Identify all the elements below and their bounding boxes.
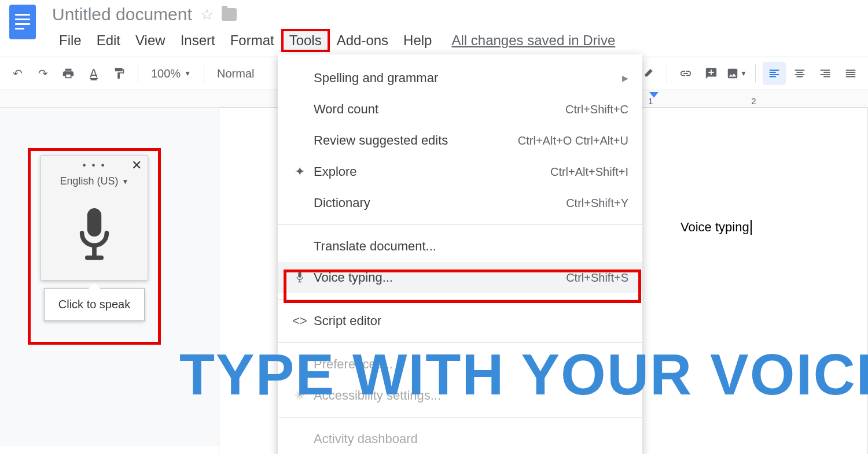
menu-format[interactable]: Format — [223, 30, 281, 51]
separator — [204, 64, 204, 83]
document-text[interactable]: Voice typing — [681, 220, 752, 235]
star-icon[interactable]: ☆ — [200, 6, 214, 24]
insert-link-button[interactable] — [674, 62, 697, 85]
menu-help[interactable]: Help — [396, 30, 439, 51]
insert-image-button[interactable]: ▼ — [725, 62, 748, 85]
separator — [755, 64, 756, 83]
spellcheck-button[interactable]: A̲ — [82, 62, 105, 85]
submenu-arrow-icon: ▶ — [622, 73, 628, 83]
menu-insert[interactable]: Insert — [174, 30, 222, 51]
menu-separator — [278, 224, 642, 225]
zoom-select[interactable]: 100%▼ — [145, 67, 197, 80]
paint-format-button[interactable] — [108, 62, 131, 85]
menu-item-voice-typing[interactable]: Voice typing... Ctrl+Shift+S — [278, 262, 642, 293]
ruler-mark: 1 — [648, 96, 653, 106]
insert-comment-button[interactable] — [700, 62, 723, 85]
ruler-mark: 2 — [751, 96, 756, 106]
drag-handle-icon[interactable]: • • • — [83, 160, 106, 171]
menu-addons[interactable]: Add-ons — [330, 30, 395, 51]
print-button[interactable] — [57, 62, 80, 85]
language-select[interactable]: English (US)▼ — [41, 175, 148, 193]
svg-rect-3 — [298, 272, 301, 278]
menu-item-wordcount[interactable]: Word count Ctrl+Shift+C — [278, 94, 642, 125]
microphone-button[interactable] — [41, 193, 148, 280]
align-center-button[interactable] — [788, 62, 811, 85]
menu-item-explore[interactable]: ✦ Explore Ctrl+Alt+Shift+I — [278, 156, 642, 187]
voice-typing-widget: • • • ✕ English (US)▼ — [41, 155, 148, 280]
text-cursor-icon — [751, 220, 752, 235]
microphone-icon — [71, 205, 117, 268]
menu-tools[interactable]: Tools — [282, 30, 329, 51]
undo-button[interactable]: ↶ — [6, 62, 29, 85]
microphone-icon — [290, 271, 309, 284]
menu-item-spelling[interactable]: Spelling and grammar ▶ — [278, 62, 642, 94]
menu-edit[interactable]: Edit — [90, 30, 127, 51]
menu-separator — [278, 417, 642, 418]
align-right-button[interactable] — [814, 62, 837, 85]
menu-item-activity[interactable]: Activity dashboard — [278, 423, 642, 454]
move-folder-icon[interactable] — [222, 8, 237, 21]
menu-view[interactable]: View — [128, 30, 172, 51]
docs-app-icon[interactable] — [9, 5, 36, 39]
align-left-button[interactable] — [763, 62, 786, 85]
redo-button[interactable]: ↷ — [31, 62, 54, 85]
menu-item-translate[interactable]: Translate document... — [278, 231, 642, 262]
menu-item-dictionary[interactable]: Dictionary Ctrl+Shift+Y — [278, 187, 642, 219]
menu-item-review[interactable]: Review suggested edits Ctrl+Alt+O Ctrl+A… — [278, 125, 642, 156]
voice-tooltip: Click to speak — [44, 288, 145, 321]
document-title[interactable]: Untitled document — [52, 5, 192, 24]
menu-separator — [278, 299, 642, 300]
svg-rect-0 — [87, 208, 101, 237]
close-icon[interactable]: ✕ — [131, 158, 142, 173]
code-icon: <> — [290, 313, 309, 328]
separator — [667, 64, 667, 83]
save-status[interactable]: All changes saved in Drive — [451, 32, 615, 49]
separator — [138, 64, 138, 83]
explore-icon: ✦ — [290, 164, 309, 179]
paragraph-style-select[interactable]: Normal — [211, 67, 260, 80]
align-justify-button[interactable] — [839, 62, 862, 85]
annotation-caption: TYPE WITH YOUR VOICE — [179, 341, 868, 408]
menu-item-script-editor[interactable]: <> Script editor — [278, 305, 642, 337]
menu-file[interactable]: File — [52, 30, 89, 51]
